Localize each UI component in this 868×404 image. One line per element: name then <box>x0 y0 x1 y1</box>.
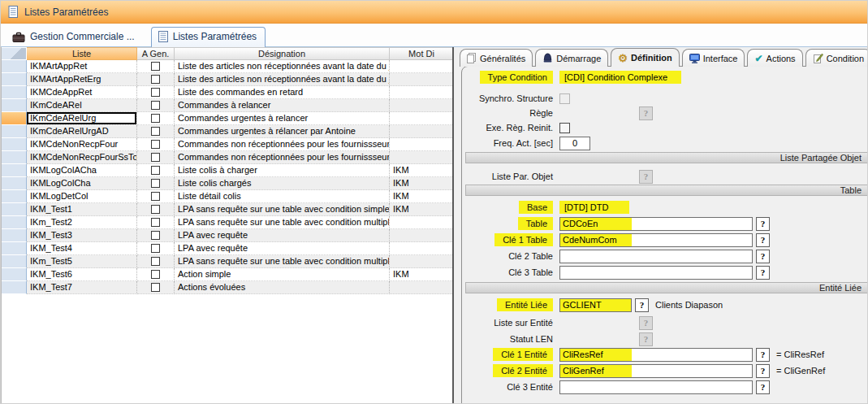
a-gen-checkbox[interactable] <box>151 101 160 110</box>
a-gen-checkbox[interactable] <box>151 283 160 292</box>
cell-liste[interactable]: IKM_Test1 <box>27 203 137 216</box>
cell-designation[interactable]: Actions évoluées <box>175 281 390 294</box>
cell-mot[interactable]: IKM <box>390 164 454 177</box>
table-row[interactable]: IKMCdeAppRetListe des commandes en retar… <box>2 86 454 99</box>
cell-designation[interactable]: Liste colis chargés <box>175 177 390 190</box>
cell-mot[interactable] <box>390 229 454 242</box>
entite-liee-input[interactable] <box>559 298 632 312</box>
select-all-corner[interactable] <box>2 47 27 60</box>
row-header[interactable] <box>2 281 27 294</box>
table-row[interactable]: IKMLogDetColListe détail colisIKM <box>2 190 454 203</box>
cle3-entite-input[interactable] <box>559 380 753 394</box>
tab-interface[interactable]: Interface <box>682 49 745 67</box>
cell-liste[interactable]: IKM_Test7 <box>27 281 137 294</box>
cell-designation[interactable]: Liste des articles non réceptionnées ava… <box>175 60 390 73</box>
cell-designation[interactable]: LPA avec requête <box>175 229 390 242</box>
tab-demarrage[interactable]: Démarrage <box>535 49 608 67</box>
cell-mot[interactable] <box>390 138 454 151</box>
cell-mot[interactable]: IKM <box>390 190 454 203</box>
cell-liste[interactable]: IKM_Test3 <box>27 229 137 242</box>
cell-designation[interactable]: LPA sans requête sur une table avec cond… <box>175 203 390 216</box>
table-row[interactable]: IKmCdeARelCommandes à relancer <box>2 99 454 112</box>
row-header[interactable] <box>2 255 27 268</box>
column-header-mot[interactable]: Mot Di <box>390 47 454 60</box>
row-header[interactable] <box>2 112 27 125</box>
table-row[interactable]: IKM_Test7Actions évoluées <box>2 281 454 294</box>
tab-generalites[interactable]: Généralités <box>460 49 533 67</box>
regle-help-button[interactable]: ? <box>639 106 653 120</box>
liste-sur-entite-help-button[interactable]: ? <box>639 316 653 330</box>
cle3-table-input[interactable] <box>559 266 753 280</box>
cell-designation[interactable]: Commandes non réceptionnées pour les fou… <box>175 138 390 151</box>
a-gen-checkbox[interactable] <box>151 257 160 266</box>
table-row[interactable]: IKMLogColChaListe colis chargésIKM <box>2 177 454 190</box>
cell-designation[interactable]: Action simple <box>175 268 390 281</box>
row-header[interactable] <box>2 229 27 242</box>
cell-liste[interactable]: IKM_Test6 <box>27 268 137 281</box>
tab-definition[interactable]: ⚙ Définition <box>611 48 679 67</box>
cell-liste[interactable]: IKMCdeAppRet <box>27 86 137 99</box>
cell-designation[interactable]: Liste des commandes en retard <box>175 86 390 99</box>
a-gen-checkbox[interactable] <box>151 218 160 227</box>
cell-liste[interactable]: IKmCdeARel <box>27 99 137 112</box>
table-row[interactable]: IKmCdeARelUrgCommandes urgentes à relanc… <box>2 112 454 125</box>
cell-liste[interactable]: IKMLogDetCol <box>27 190 137 203</box>
cell-liste[interactable]: IKMCdeNonRecpFour <box>27 138 137 151</box>
cell-designation[interactable]: Liste des articles non réceptionnées ava… <box>175 73 390 86</box>
column-header-a-gen[interactable]: A Gen. <box>137 47 175 60</box>
cell-mot[interactable] <box>390 99 454 112</box>
a-gen-checkbox[interactable] <box>151 270 160 279</box>
a-gen-checkbox[interactable] <box>151 231 160 240</box>
a-gen-checkbox[interactable] <box>151 62 160 71</box>
row-header[interactable] <box>2 86 27 99</box>
cle2-table-help-button[interactable]: ? <box>756 250 770 263</box>
cell-liste[interactable]: IKmCdeARelUrgAD <box>27 125 137 138</box>
a-gen-checkbox[interactable] <box>151 75 160 84</box>
tab-condition[interactable]: Condition <box>805 49 868 67</box>
a-gen-checkbox[interactable] <box>151 244 160 253</box>
a-gen-checkbox[interactable] <box>151 205 160 214</box>
synchro-structure-checkbox[interactable] <box>559 93 570 104</box>
liste-par-objet-help-button[interactable]: ? <box>639 170 653 184</box>
cell-designation[interactable]: LPA avec requête <box>175 242 390 255</box>
cell-designation[interactable]: Commandes à relancer <box>175 99 390 112</box>
cle2-entite-input[interactable] <box>559 364 753 378</box>
cell-mot[interactable] <box>390 255 454 268</box>
cell-designation[interactable]: Liste colis à charger <box>175 164 390 177</box>
cell-liste[interactable]: IKMArtAppRet <box>27 60 137 73</box>
cell-mot[interactable] <box>390 125 454 138</box>
cell-mot[interactable] <box>390 281 454 294</box>
row-header[interactable] <box>2 99 27 112</box>
cle3-entite-help-button[interactable]: ? <box>756 380 770 394</box>
cell-mot[interactable] <box>390 242 454 255</box>
cell-liste[interactable]: IKmCdeARelUrg <box>27 112 137 125</box>
table-help-button[interactable]: ? <box>756 217 770 231</box>
table-row[interactable]: IKMLogColAChaListe colis à chargerIKM <box>2 164 454 177</box>
cell-mot[interactable] <box>390 151 454 164</box>
cell-liste[interactable]: IKMCdeNonRecpFourSsTot <box>27 151 137 164</box>
row-header[interactable] <box>2 190 27 203</box>
row-header[interactable] <box>2 242 27 255</box>
cell-mot[interactable]: IKM <box>390 268 454 281</box>
cle1-entite-help-button[interactable]: ? <box>756 348 770 362</box>
tab-actions[interactable]: ✔ Actions <box>747 49 802 67</box>
table-row[interactable]: IKM_Test3LPA avec requête <box>2 229 454 242</box>
a-gen-checkbox[interactable] <box>151 179 160 188</box>
row-header[interactable] <box>2 177 27 190</box>
table-row[interactable]: IKm_Test5LPA sans requête sur une table … <box>2 255 454 268</box>
row-header[interactable] <box>2 125 27 138</box>
cell-liste[interactable]: IKM_Test4 <box>27 242 137 255</box>
cell-liste[interactable]: IKMLogColCha <box>27 177 137 190</box>
exe-reg-reinit-checkbox[interactable] <box>559 123 570 133</box>
row-header[interactable] <box>2 73 27 86</box>
row-header[interactable] <box>2 60 27 73</box>
cell-mot[interactable] <box>390 60 454 73</box>
freq-act-input[interactable] <box>559 137 590 150</box>
cell-mot[interactable]: IKM <box>390 177 454 190</box>
cell-liste[interactable]: IKm_Test2 <box>27 216 137 229</box>
a-gen-checkbox[interactable] <box>151 114 160 123</box>
table-row[interactable]: IKM_Test6Action simpleIKM <box>2 268 454 281</box>
a-gen-checkbox[interactable] <box>151 140 160 149</box>
cell-liste[interactable]: IKm_Test5 <box>27 255 137 268</box>
cle1-entite-input[interactable] <box>559 348 753 362</box>
